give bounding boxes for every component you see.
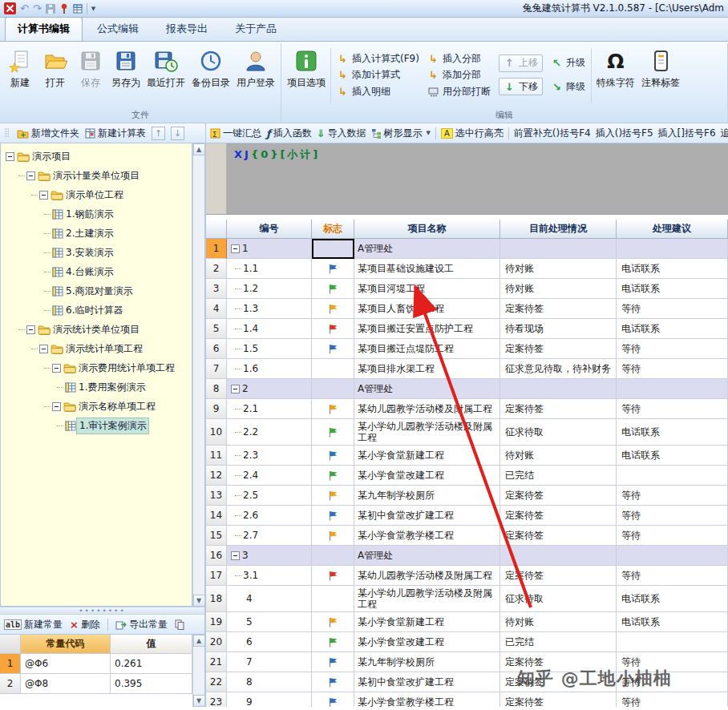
row-code-cell[interactable]: 7 (227, 652, 312, 672)
flag-cell[interactable] (312, 259, 354, 279)
advice-cell[interactable]: 等待 (617, 486, 728, 506)
advice-cell[interactable]: 电话联系 (617, 319, 728, 339)
row-number[interactable]: 11 (206, 446, 227, 466)
status-cell[interactable]: 待对账 (500, 612, 617, 632)
bracket-tool-button[interactable]: 追加()括号 (721, 127, 728, 140)
formula-editor[interactable]: XJ{0}[小计] (206, 143, 728, 215)
status-cell[interactable]: 定案待签 (500, 486, 617, 506)
corner-cell[interactable] (206, 220, 227, 239)
flag-cell[interactable] (312, 299, 354, 319)
table-small-icon[interactable] (73, 2, 83, 16)
row-number[interactable]: 7 (206, 359, 227, 379)
flag-cell[interactable] (312, 546, 354, 566)
tree-item[interactable]: 演示项目 (1, 147, 192, 166)
row-number[interactable]: 3 (206, 279, 227, 299)
insert-detail-button[interactable]: ↳插入明细 (337, 84, 419, 99)
constant-code-cell[interactable]: @Φ8 (21, 674, 111, 694)
flag-cell[interactable] (312, 399, 354, 419)
col-header-name[interactable]: 项目名称 (354, 220, 500, 239)
dropdown-small-icon[interactable]: ▼ (91, 2, 95, 16)
status-cell[interactable]: 征求待取 (500, 586, 617, 612)
expand-box-icon[interactable] (52, 364, 61, 373)
row-number[interactable]: 12 (206, 466, 227, 486)
insert-calc-button[interactable]: ↳插入计算式(F9) (337, 51, 419, 66)
save-as-button[interactable]: 另存为 (108, 43, 144, 108)
row-code-cell[interactable]: 5 (227, 612, 312, 632)
constant-code-cell[interactable]: @Φ6 (21, 654, 111, 674)
row-code-cell[interactable]: 1.5 (227, 339, 312, 359)
flag-cell[interactable] (312, 632, 354, 652)
advice-cell[interactable]: 等待 (617, 506, 728, 526)
project-name-cell[interactable]: A管理处 (354, 379, 500, 399)
expand-box-icon[interactable] (39, 191, 48, 200)
status-cell[interactable]: 已完结 (500, 466, 617, 486)
project-name-cell[interactable]: 某初中食堂改扩建工程 (354, 672, 500, 692)
row-number[interactable]: 5 (206, 319, 227, 339)
advice-cell[interactable]: 等待 (617, 399, 728, 419)
row-number[interactable]: 2 (206, 259, 227, 279)
menu-tab[interactable]: 计算书编辑 (5, 17, 83, 41)
col-header-advice[interactable]: 处理建议 (617, 220, 728, 239)
status-cell[interactable]: 待对账 (500, 259, 617, 279)
row-code-cell[interactable]: 3 (227, 546, 312, 566)
tree-scrollbar[interactable]: ▲ ▼ (192, 143, 204, 607)
advice-cell[interactable]: 电话联系 (617, 419, 728, 446)
row-number[interactable]: 20 (206, 632, 227, 652)
project-name-cell[interactable]: 某小学食堂改建工程 (354, 466, 500, 486)
row-code-cell[interactable]: 3.1 (227, 566, 312, 586)
highlight-button[interactable]: A选中行高亮 (441, 126, 504, 140)
add-folder-button[interactable]: +新增文件夹 (17, 126, 79, 140)
flag-cell[interactable] (312, 379, 354, 399)
tree-item[interactable]: 5.商混对量演示 (1, 281, 192, 301)
row-code-cell[interactable]: 2.1 (227, 399, 312, 419)
bracket-tool-button[interactable]: 前置补充()括号F4 (514, 127, 591, 140)
advice-cell[interactable]: 等待 (617, 692, 728, 707)
move-up-button[interactable]: ↑上移 (499, 54, 543, 72)
menu-tab[interactable]: 关于产品 (222, 17, 289, 41)
row-code-cell[interactable]: 1 (227, 239, 312, 259)
save-small-icon[interactable] (46, 2, 55, 16)
row-code-cell[interactable]: 2.2 (227, 419, 312, 446)
status-cell[interactable]: 征求待取 (500, 419, 617, 446)
new-document-button[interactable]: ★新建 (2, 43, 38, 108)
user-login-button[interactable]: 用户登录 (233, 43, 278, 108)
project-name-cell[interactable]: 某项目排水渠工程 (354, 359, 500, 379)
project-options-button[interactable]: 项目选项 (284, 43, 329, 108)
expand-box-icon[interactable] (39, 345, 48, 353)
copy-small-button[interactable] (175, 617, 184, 631)
flag-cell[interactable] (312, 652, 354, 672)
project-name-cell[interactable]: 某小学食堂教学楼工程 (354, 692, 500, 707)
status-cell[interactable] (500, 379, 617, 399)
row-code-cell[interactable]: 2.5 (227, 486, 312, 506)
add-section-button[interactable]: ↳添加分部 (427, 68, 491, 83)
row-number[interactable]: 15 (206, 526, 227, 546)
status-cell[interactable]: 定案待签 (500, 692, 617, 707)
row-number[interactable]: 4 (206, 299, 227, 319)
advice-cell[interactable] (617, 379, 728, 399)
status-cell[interactable]: 定案待签 (500, 399, 617, 419)
row-code-cell[interactable]: 2.3 (227, 446, 312, 466)
project-name-cell[interactable]: 某小学幼儿园教学活动楼及附属工程 (354, 419, 500, 446)
row-number[interactable]: 8 (206, 379, 227, 399)
scroll-up-icon[interactable]: ▲ (193, 143, 205, 155)
project-name-cell[interactable]: 某小学食堂教学楼工程 (354, 526, 500, 546)
advice-cell[interactable]: 电话联系 (617, 259, 728, 279)
row-number[interactable]: 14 (206, 506, 227, 526)
row-number[interactable]: 18 (206, 586, 227, 612)
row-code-cell[interactable]: 1.3 (227, 299, 312, 319)
flag-cell[interactable] (312, 692, 354, 707)
tree-item[interactable]: 3.安装演示 (1, 243, 192, 262)
expand-box-icon[interactable] (231, 551, 240, 560)
add-calc-button[interactable]: ↳添加计算式 (337, 68, 419, 83)
row-code-cell[interactable]: 2.4 (227, 466, 312, 486)
down-box-button[interactable]: ↓ (171, 126, 184, 140)
project-name-cell[interactable]: 某小学食堂新建工程 (354, 612, 500, 632)
tree-item[interactable]: 演示统计类单位项目 (1, 320, 192, 339)
constant-value-cell[interactable]: 0.395 (111, 674, 192, 694)
scroll-up-icon[interactable]: ▲ (193, 635, 205, 647)
tree-item[interactable]: 4.台账演示 (1, 262, 192, 281)
break-section-button[interactable]: 用分部打断 (427, 84, 491, 99)
expand-box-icon[interactable] (6, 152, 14, 161)
insert-section-button[interactable]: ↳插入分部 (427, 51, 491, 66)
project-name-cell[interactable]: 某项目搬迁点堤防工程 (354, 339, 500, 359)
